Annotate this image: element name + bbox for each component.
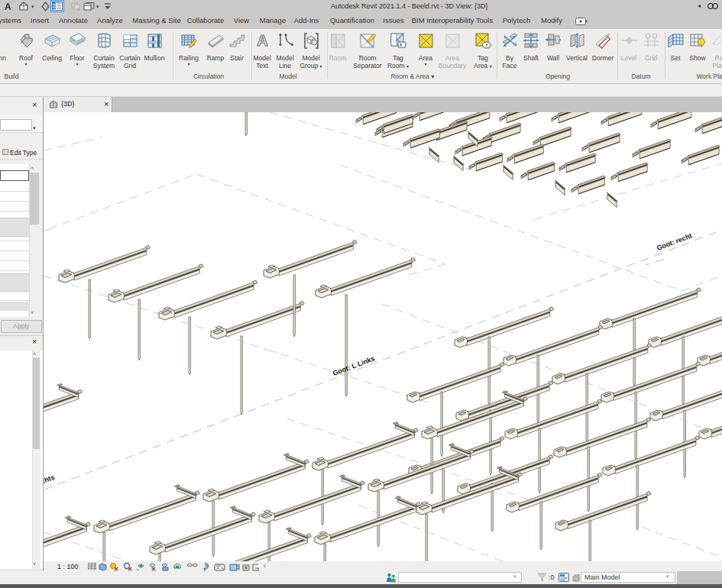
svg-text:Goot: recht: Goot: recht — [656, 232, 693, 252]
svg-text:Goot: L Links: Goot: L Links — [332, 354, 376, 377]
svg-text:Goot: rechts: Goot: rechts — [44, 473, 56, 495]
